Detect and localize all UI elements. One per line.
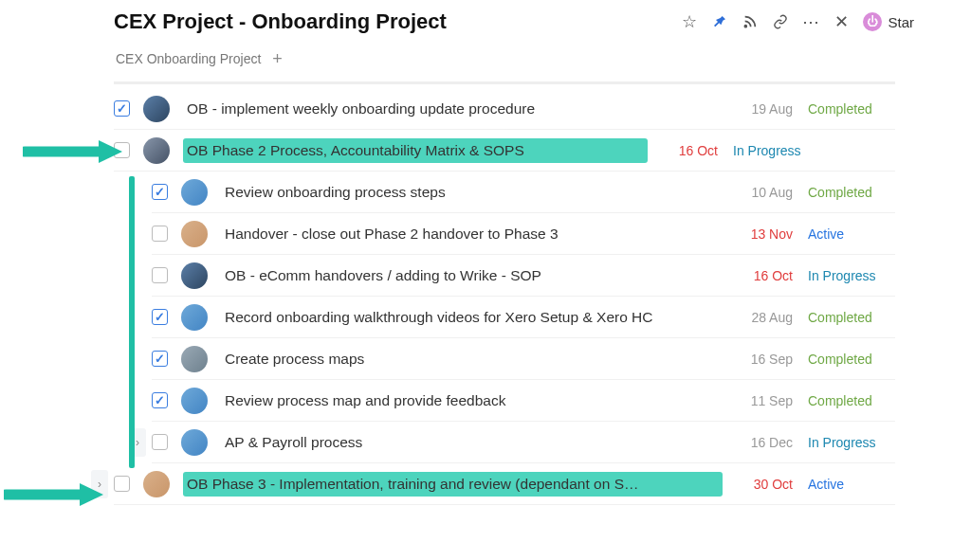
task-title[interactable]: OB Phase 3 - Implementation, training an… xyxy=(183,472,723,497)
task-status[interactable]: Completed xyxy=(808,310,895,325)
task-row[interactable]: Review process map and provide feedback1… xyxy=(152,380,895,422)
task-title[interactable]: Record onboarding walkthrough videos for… xyxy=(221,305,723,330)
expand-caret-icon[interactable]: › xyxy=(91,470,108,498)
avatar[interactable] xyxy=(143,96,170,122)
star-button[interactable]: ⏻ Star xyxy=(863,12,914,31)
task-status[interactable]: Active xyxy=(808,226,895,242)
header: CEX Project - Onboarding Project ☆ ⋯ ✕ ⏻… xyxy=(95,9,914,34)
task-title[interactable]: OB - eComm handovers / adding to Wrike -… xyxy=(221,263,723,288)
task-date: 16 Oct xyxy=(723,268,793,283)
power-icon: ⏻ xyxy=(863,12,882,31)
task-checkbox[interactable] xyxy=(152,351,168,367)
task-status[interactable]: In Progress xyxy=(733,143,820,158)
task-status[interactable]: Completed xyxy=(808,352,895,367)
task-checkbox[interactable] xyxy=(152,309,168,325)
tab-onboarding[interactable]: CEX Onboarding Project xyxy=(114,47,263,70)
task-row[interactable]: ›OB Phase 3 - Implementation, training a… xyxy=(114,463,895,505)
page-title: CEX Project - Onboarding Project xyxy=(95,9,447,34)
pin-icon[interactable] xyxy=(711,13,728,30)
avatar[interactable] xyxy=(143,471,170,497)
task-title[interactable]: OB Phase 2 Process, Accountability Matri… xyxy=(183,138,648,163)
task-date: 16 Sep xyxy=(723,352,793,367)
task-date: 16 Dec xyxy=(723,435,793,450)
task-checkbox[interactable] xyxy=(114,100,130,117)
task-title[interactable]: AP & Payroll process xyxy=(221,430,723,455)
task-checkbox[interactable] xyxy=(114,476,130,492)
task-status[interactable]: Active xyxy=(808,477,895,492)
tabs-bar: CEX Onboarding Project + xyxy=(95,47,914,70)
task-row[interactable]: OB - eComm handovers / adding to Wrike -… xyxy=(152,255,895,297)
task-row[interactable]: OB Phase 2 Process, Accountability Matri… xyxy=(114,130,895,172)
more-icon[interactable]: ⋯ xyxy=(802,13,819,30)
task-title[interactable]: Handover - close out Phase 2 handover to… xyxy=(221,222,723,246)
close-icon[interactable]: ✕ xyxy=(833,13,850,30)
task-status[interactable]: In Progress xyxy=(808,435,895,450)
avatar[interactable] xyxy=(181,221,208,247)
header-actions: ☆ ⋯ ✕ ⏻ Star xyxy=(681,12,914,31)
task-status[interactable]: Completed xyxy=(808,393,895,408)
task-checkbox[interactable] xyxy=(152,267,168,283)
task-date: 16 Oct xyxy=(648,143,718,158)
avatar[interactable] xyxy=(181,388,208,414)
favorite-star-icon[interactable]: ☆ xyxy=(681,13,698,30)
task-title[interactable]: Review process map and provide feedback xyxy=(221,388,723,413)
task-row[interactable]: Review onboarding process steps10 AugCom… xyxy=(152,172,895,213)
task-row[interactable]: Record onboarding walkthrough videos for… xyxy=(152,297,895,338)
avatar[interactable] xyxy=(181,262,208,289)
task-row[interactable]: ›AP & Payroll process16 DecIn Progress xyxy=(152,422,895,463)
task-date: 28 Aug xyxy=(723,310,793,325)
task-status[interactable]: Completed xyxy=(808,185,895,200)
task-title[interactable]: Create process maps xyxy=(221,347,723,371)
task-status[interactable]: In Progress xyxy=(808,268,895,283)
divider xyxy=(114,81,895,84)
task-date: 13 Nov xyxy=(723,226,793,242)
avatar[interactable] xyxy=(143,137,170,164)
task-date: 19 Aug xyxy=(723,101,793,117)
add-tab-button[interactable]: + xyxy=(272,49,283,69)
task-checkbox[interactable] xyxy=(152,226,168,242)
task-status[interactable]: Completed xyxy=(808,101,895,117)
avatar[interactable] xyxy=(181,304,208,331)
task-checkbox[interactable] xyxy=(114,142,130,158)
rss-icon[interactable] xyxy=(742,13,759,30)
task-date: 10 Aug xyxy=(723,185,793,200)
task-checkbox[interactable] xyxy=(152,392,168,408)
task-list: OB - implement weekly onboarding update … xyxy=(114,88,895,505)
svg-point-0 xyxy=(745,26,747,27)
task-title[interactable]: OB - implement weekly onboarding update … xyxy=(183,97,723,121)
task-row[interactable]: Create process maps16 SepCompleted xyxy=(152,338,895,380)
task-row[interactable]: Handover - close out Phase 2 handover to… xyxy=(152,213,895,255)
task-date: 11 Sep xyxy=(723,393,793,408)
avatar[interactable] xyxy=(181,346,208,372)
task-row[interactable]: OB - implement weekly onboarding update … xyxy=(114,88,895,130)
task-title[interactable]: Review onboarding process steps xyxy=(221,180,723,205)
link-icon[interactable] xyxy=(772,13,789,30)
task-checkbox[interactable] xyxy=(152,434,168,450)
task-date: 30 Oct xyxy=(723,477,793,492)
star-label: Star xyxy=(888,14,914,30)
avatar[interactable] xyxy=(181,429,208,456)
expand-caret-icon[interactable]: › xyxy=(129,428,146,457)
avatar[interactable] xyxy=(181,179,208,206)
task-checkbox[interactable] xyxy=(152,184,168,200)
